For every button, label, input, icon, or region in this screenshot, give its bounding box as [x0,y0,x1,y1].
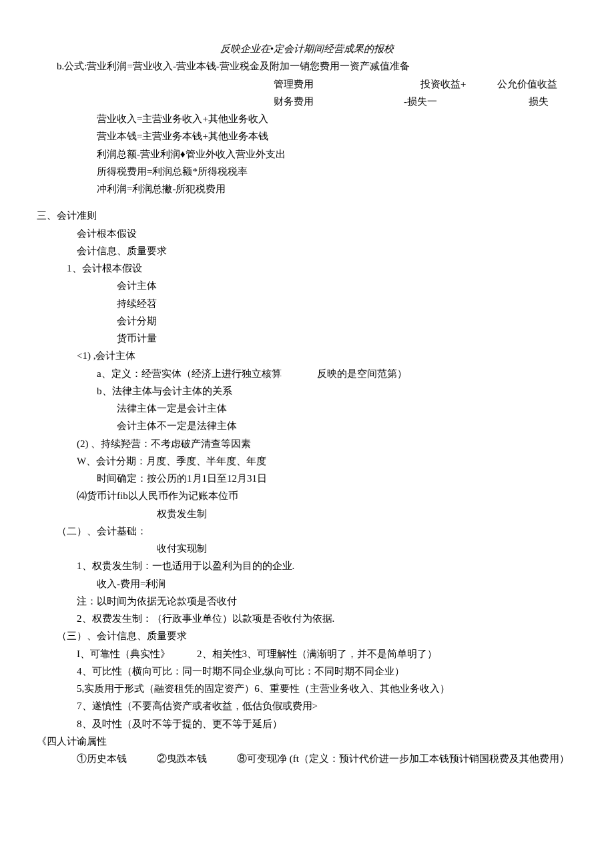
txt: 2、相关性3、可理解性（满渐明了，并不是简单明了） [197,645,437,663]
line: (2) 、持续羟营：不考虑破产清查等因素 [37,435,577,452]
txt: （三）、会计信息、质量要求 [57,630,187,641]
txt: 营业收入=主营业务收入+其他业务收入 [97,113,268,124]
cell: 管理费用 [274,75,420,93]
line: 1、会计根本假设 [37,260,577,277]
cell: 公允价值收益 [497,75,557,93]
line: 冲利润=利润总撇-所犯税费用 [37,180,577,197]
line: 会计主体 [37,277,577,294]
line: 8、及吋性（及吋不等于提的、更不等于延后） [37,715,577,733]
txt: 7、遂慎性（不要高估资产或者收益，低估负假或费用> [77,701,318,711]
row-group1: 管理费用 投资收益+ 公允价值收益 [37,75,577,93]
txt: 持续经苕 [117,298,157,309]
txt: 货币计量 [117,333,157,344]
txt: 5,实质用于形式（融资租凭的固定资产）6、重要性（主营业务收入、其他业务收入） [77,683,450,694]
txt: W、会计分期：月度、季度、半年度、年度 [77,456,266,466]
txt: 反映企业在•定会计期间经营成果的报校 [220,43,394,54]
line-a-def: a、定义：经营实体（经济上进行独立核算 反映的是空间范第） [37,365,614,382]
txt: 会计主体不一定是法律主体 [117,420,237,431]
txt: ⑧可变现净 (ft（定义：预计代价进一步加工本钱预计销国税费及其他费用） [237,750,569,767]
line: 法律主体一定是会计主体 [37,400,577,417]
section-3: 三、会计准则 [37,207,577,224]
txt: 营业本钱=主营业务本钱+其他业务本钱 [97,131,268,141]
txt: 《四人计谕属性 [37,736,107,747]
line: 营业本钱=主营业务本钱+其他业务本钱 [37,127,577,145]
line: 会计分期 [37,312,577,330]
txt: 会计分期 [117,316,157,326]
txt: 注：以时间为依据无论款项是否收付 [77,596,237,606]
line: 持续经苕 [37,295,577,312]
line: 货币计量 [37,330,577,347]
line: 2、权费发生制：（行政事业单位）以款项是否收付为依据. [37,610,577,627]
line: 所得税费用=利润总额*所得税税率 [37,163,577,180]
line: <1) ,会计主体 [37,347,577,364]
txt: 会计信息、质量要求 [77,246,167,256]
txt: I、可靠性（典实性》 [77,645,197,663]
line: （三）、会计信息、质量要求 [37,627,577,644]
txt: 2、权费发生制：（行政事业单位）以款项是否收付为依据. [77,613,334,624]
txt: 时间确定：按公历的1月1日至12月31日 [97,473,267,484]
txt: 1、会计根本假设 [67,263,142,274]
line: 时间确定：按公历的1月1日至12月31日 [37,470,577,487]
row-group2: 财务费用 -损失一 损失 [37,93,577,110]
line: 5,实质用于形式（融资租凭的固定资产）6、重要性（主营业务收入、其他业务收入） [37,680,577,697]
line-reliability: I、可靠性（典实性》 2、相关性3、可理解性（满渐明了，并不是简单明了） [37,645,614,663]
txt: 收付实现制 [157,543,207,554]
line: b、法律主体与会计主体的关系 [37,382,577,400]
line: ⑷货币计fib以人民币作为记账本位币 [37,487,577,504]
txt: 4、可比性（横向可比：同一时期不同企业,纵向可比：不同时期不同企业） [77,666,404,677]
cell: 投资收益+ [420,75,497,93]
cell: -损失一 [404,93,529,110]
txt: ①历史本钱 [77,750,157,767]
line: 会计信息、质量要求 [37,242,577,260]
line-formula-b: b.公式:营业利润=营业收入-营业本钱-营业税金及附加一销您费用一资产减值准备 [37,57,577,75]
line: 注：以时间为依据无论款项是否收付 [37,592,577,610]
txt: 8、及吋性（及吋不等于提的、更不等于延后） [77,719,282,729]
txt: 1、权贵发生制：一也适用于以盈利为目的的企业. [77,560,294,571]
line-title: 反映企业在•定会计期间经营成果的报校 [37,40,577,57]
txt: 权贵发生制 [157,508,207,519]
txt: (2) 、持续羟营：不考虑破产清查等因素 [77,438,251,449]
line: 收付实现制 [37,540,577,557]
txt: 冲利润=利润总撇-所犯税费用 [97,183,226,194]
txt: 会计根本假设 [77,228,137,239]
txt: 会计主体 [117,280,157,291]
txt: 所得税费用=利润总额*所得税税率 [97,166,248,177]
line: 会计主体不一定是法律主体 [37,417,577,434]
line: 4、可比性（横向可比：同一时期不同企业,纵向可比：不同时期不同企业） [37,663,577,680]
line: 营业收入=主营业务收入+其他业务收入 [37,110,577,127]
line: 利润总额-营业利润♦管业外收入营业外支出 [37,145,577,163]
txt: ②曳跌本钱 [157,750,237,767]
line: 会计根本假设 [37,225,577,242]
txt: b、法律主体与会计主体的关系 [97,386,232,396]
txt: ⑷货币计fib以人民币作为记账本位币 [77,490,238,501]
line: 收入-费用=利涧 [37,575,577,592]
txt: 法律主体一定是会计主体 [117,403,227,414]
txt: 反映的是空间范第） [317,365,407,382]
txt: 收入-费用=利涧 [97,578,166,589]
txt: 三、会计准则 [37,210,97,221]
line: 7、遂慎性（不要高估资产或者收益，低估负假或费用> [37,697,577,715]
line: 《四人计谕属性 [37,733,577,750]
cell: 损失 [529,93,549,110]
txt: 利润总额-营业利润♦管业外收入营业外支出 [97,149,286,159]
txt: a、定义：经营实体（经济上进行独立核算 [97,365,317,382]
line: （二）、会计基础： [37,522,577,540]
line: W、会计分期：月度、季度、半年度、年度 [37,452,577,470]
txt: b.公式:营业利润=营业收入-营业本钱-营业税金及附加一销您费用一资产减值准备 [57,61,410,71]
txt: <1) ,会计主体 [77,350,135,361]
cell: 财务费用 [274,93,404,110]
line-attrs: ①历史本钱 ②曳跌本钱 ⑧可变现净 (ft（定义：预计代价进一步加工本钱预计销国… [37,750,614,767]
line: 1、权贵发生制：一也适用于以盈利为目的的企业. [37,557,577,574]
txt: （二）、会计基础： [57,526,147,536]
line: 权贵发生制 [37,505,577,522]
